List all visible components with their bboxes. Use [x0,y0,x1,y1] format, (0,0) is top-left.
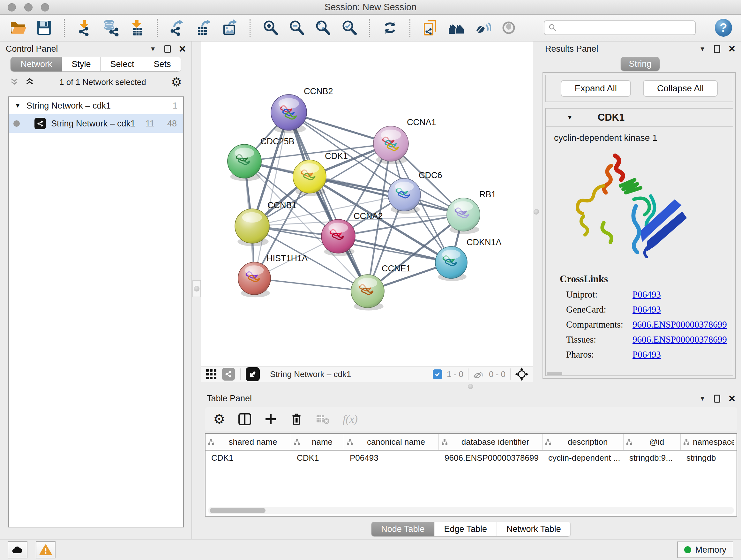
zoom-selected-button[interactable] [340,18,358,37]
collapse-all-button[interactable]: Collapse All [643,80,718,97]
warnings-button[interactable] [36,541,56,558]
right-splitter-grabber[interactable] [534,209,539,214]
protein-structure-image [564,146,733,265]
expand-all-icon[interactable] [25,78,35,86]
collapse-all-icon[interactable] [10,78,19,86]
save-session-button[interactable] [35,18,53,37]
network-graph[interactable]: CCNB2CCNA1CDC25BCDK1CDC6RB1CCNB1CCNA2CDK… [201,42,533,366]
cell-id[interactable]: stringdb:9... [623,450,681,466]
cell-namespace[interactable]: stringdb [681,450,737,466]
tab-node-table[interactable]: Node Table [371,522,434,537]
maximize-window-icon[interactable] [41,3,49,11]
uniprot-link[interactable]: P06493 [632,289,661,300]
zoom-fit-button[interactable] [314,18,332,37]
close-window-icon[interactable] [8,3,16,11]
pharos-link[interactable]: P06493 [632,349,661,360]
help-button[interactable]: ? [715,19,732,37]
scrollbar-thumb[interactable] [210,508,266,513]
memory-button[interactable]: Memory [677,542,733,558]
right-splitter[interactable] [533,42,539,382]
compartments-link[interactable]: 9606.ENSP00000378699 [632,319,727,330]
collection-expand-caret-icon[interactable]: ▼ [15,102,21,109]
tab-network-table[interactable]: Network Table [497,522,571,537]
expand-all-button[interactable]: Expand All [561,80,631,97]
node-table: shared name name canonical name database… [205,433,737,516]
column-header[interactable]: namespace [681,434,737,450]
column-header[interactable]: description [542,434,623,450]
grid-view-icon[interactable] [205,368,217,380]
export-network-button[interactable] [169,18,186,37]
tab-edge-table[interactable]: Edge Table [434,522,497,537]
show-columns-icon[interactable] [238,413,252,426]
column-header[interactable]: shared name [205,434,291,450]
left-splitter[interactable] [192,42,201,539]
node-label: CDKN1A [467,238,502,247]
network-canvas[interactable]: CCNB2CCNA1CDC25BCDK1CDC6RB1CCNB1CCNA2CDK… [201,42,533,382]
close-panel-icon[interactable]: × [729,43,735,55]
status-bar: Memory [0,539,741,560]
function-builder-icon[interactable]: f(x) [343,413,358,425]
zoom-in-button[interactable] [261,18,279,37]
export-table-button[interactable] [195,18,212,37]
import-table-file-button[interactable] [128,18,146,37]
tab-select[interactable]: Select [100,57,144,71]
close-panel-icon[interactable]: × [179,43,186,55]
results-scrollbar[interactable] [547,372,562,375]
search-input[interactable] [560,22,695,34]
birds-eye-view-icon[interactable] [515,368,529,381]
float-panel-icon[interactable] [714,45,720,53]
cell-canonical-name[interactable]: P06493 [344,450,439,466]
tissues-link[interactable]: 9606.ENSP00000378699 [632,334,727,345]
horizontal-splitter-grabber[interactable] [468,384,473,389]
create-column-icon[interactable] [264,413,277,426]
export-image-button[interactable] [221,18,239,37]
table-horizontal-scrollbar[interactable] [208,507,734,514]
delete-table-icon[interactable] [316,414,330,425]
column-header[interactable]: name [291,434,344,450]
node-label: CCNA1 [407,118,436,127]
tab-network[interactable]: Network [10,57,62,71]
refresh-button[interactable] [381,18,399,37]
control-panel: Control Panel ▼ × Network Style Select S… [0,42,192,539]
clone-network-button[interactable] [421,18,439,37]
import-network-database-button[interactable] [102,18,120,37]
network-selection-status: 1 of 1 Network selected [35,77,171,87]
float-panel-icon[interactable] [164,45,171,53]
hide-graphics-details-button[interactable] [474,18,491,37]
network-row-selected[interactable]: String Network – cdk1 11 48 [9,114,183,133]
cell-description[interactable]: cyclin-dependent ... [542,450,623,466]
float-panel-icon[interactable] [714,395,720,402]
tab-string[interactable]: String [621,57,660,71]
detach-view-icon[interactable] [246,367,260,381]
level-of-detail-button[interactable] [500,18,518,37]
delete-column-icon[interactable] [290,413,303,426]
network-options-gear-icon[interactable]: ⚙ [171,76,182,88]
gene-expand-caret-icon[interactable]: ▼ [567,114,573,121]
horizontal-splitter[interactable] [201,382,741,391]
column-header[interactable]: canonical name [344,434,439,450]
minimize-window-icon[interactable] [24,3,32,11]
cell-shared-name[interactable]: CDK1 [205,450,291,466]
selected-items-checkbox[interactable] [433,369,442,379]
import-network-file-button[interactable] [76,18,93,37]
table-options-gear-icon[interactable]: ⚙ [213,413,225,426]
genecard-link[interactable]: P06493 [632,304,661,315]
cloud-status-button[interactable] [8,541,27,558]
collapse-panel-icon[interactable]: ▼ [699,395,705,402]
cell-name[interactable]: CDK1 [291,450,344,466]
tab-sets[interactable]: Sets [144,57,181,71]
network-collection-row[interactable]: ▼ String Network – cdk1 1 [9,97,183,114]
left-splitter-grabber[interactable] [192,280,201,297]
network-view-type-icon[interactable] [222,368,235,381]
network-overview-button[interactable] [448,18,465,37]
collapse-panel-icon[interactable]: ▼ [699,45,705,53]
column-header[interactable]: database identifier [439,434,542,450]
open-session-button[interactable] [9,18,27,37]
column-header[interactable]: @id [623,434,681,450]
tab-style[interactable]: Style [62,57,100,71]
cell-database-identifier[interactable]: 9606.ENSP00000378699 [439,450,542,466]
table-row[interactable]: CDK1 CDK1 P06493 9606.ENSP00000378699 cy… [205,450,737,466]
close-panel-icon[interactable]: × [729,393,735,404]
zoom-out-button[interactable] [287,18,306,37]
collapse-panel-icon[interactable]: ▼ [150,45,156,53]
